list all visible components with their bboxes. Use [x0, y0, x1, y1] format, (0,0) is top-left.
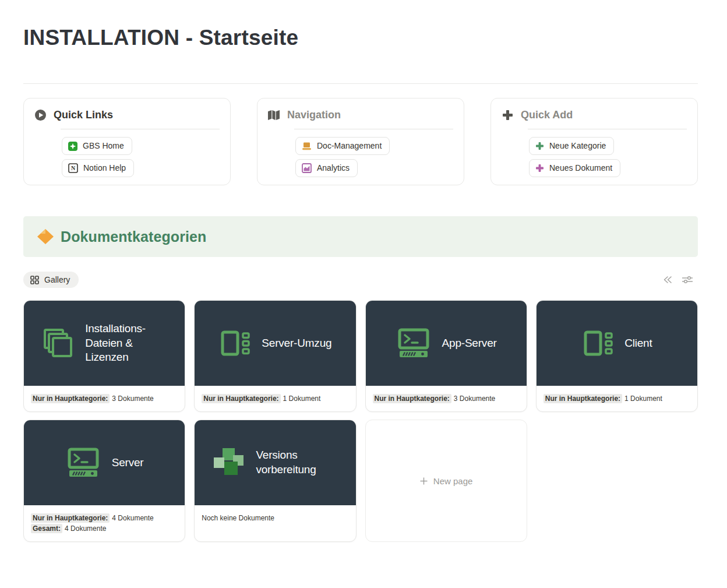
- device-list-icon: [218, 328, 251, 358]
- stat-value: 1 Dokument: [283, 395, 321, 403]
- callout-divider: [528, 129, 687, 129]
- card-versionsvorbereitung[interactable]: Versions vorbereitung Noch keine Dokumen…: [194, 420, 356, 542]
- button-label: Neue Kategorie: [549, 140, 606, 152]
- plus-icon: [419, 477, 428, 485]
- gbs-sparkle-icon: [68, 142, 77, 151]
- stat-value: 4 Dokumente: [65, 524, 106, 533]
- stat-label: Nur in Hauptkategorie:: [31, 513, 110, 523]
- button-label: Doc-Management: [317, 140, 382, 152]
- stat-value: 3 Dokumente: [454, 395, 495, 403]
- stat-value: 3 Dokumente: [112, 395, 153, 403]
- card-footer: Nur in Hauptkategorie:3 Dokumente: [366, 386, 527, 411]
- callout-quick-links: Quick Links GBS Home N Notion Help: [23, 98, 231, 185]
- gallery-grid: Installations-Dateien & Lizenzen Nur in …: [23, 300, 698, 542]
- card-installations-dateien-lizenzen[interactable]: Installations-Dateien & Lizenzen Nur in …: [23, 300, 185, 412]
- card-title: Client: [624, 336, 652, 351]
- card-footer: Noch keine Dokumente: [195, 505, 355, 541]
- gallery-grid-icon: [30, 276, 39, 284]
- callout-header: Navigation: [267, 108, 454, 121]
- button-label: GBS Home: [83, 140, 124, 152]
- section-banner-dokumentkategorien: Dokumentkategorien: [23, 216, 698, 257]
- card-title: Server-Umzug: [262, 336, 331, 351]
- card-title: Server: [112, 456, 144, 470]
- stat-line: Gesamt:4 Dokumente: [31, 523, 178, 534]
- tab-gallery[interactable]: Gallery: [23, 272, 79, 288]
- plus-icon: [501, 110, 514, 121]
- card-cover: Client: [537, 301, 697, 386]
- neue-kategorie-button[interactable]: Neue Kategorie: [529, 137, 614, 155]
- notion-help-button[interactable]: N Notion Help: [62, 159, 134, 177]
- view-actions: [662, 275, 693, 284]
- card-title: Installations-Dateien & Lizenzen: [85, 322, 167, 365]
- button-label: Notion Help: [83, 163, 126, 174]
- stat-label: Nur in Hauptkategorie:: [373, 394, 451, 403]
- plus-purple-icon: [535, 164, 544, 172]
- callout-row: Quick Links GBS Home N Notion Help: [23, 98, 698, 185]
- terminal-icon: [65, 447, 101, 478]
- stat-line: Nur in Hauptkategorie:3 Dokumente: [373, 393, 520, 404]
- page-content: INSTALLATION - Startseite Quick Links GB…: [0, 26, 727, 542]
- doc-management-button[interactable]: Doc-Management: [295, 137, 390, 155]
- map-icon: [267, 110, 280, 121]
- card-footer: Nur in Hauptkategorie:1 Dokument: [195, 386, 355, 411]
- svg-text:N: N: [71, 165, 76, 171]
- card-footer: Nur in Hauptkategorie:3 Dokumente: [24, 386, 185, 411]
- callout-title: Quick Links: [54, 109, 113, 121]
- button-label: Analytics: [317, 163, 350, 174]
- tab-gallery-label: Gallery: [44, 275, 70, 284]
- view-bar: Gallery: [23, 272, 698, 288]
- card-cover: Versions vorbereitung: [195, 420, 355, 505]
- stat-line: Nur in Hauptkategorie:1 Dokument: [202, 393, 348, 404]
- stacked-copies-icon: [42, 327, 75, 360]
- card-cover: Installations-Dateien & Lizenzen: [24, 301, 185, 386]
- terminal-icon: [396, 328, 432, 359]
- callout-navigation: Navigation Doc-Management Analytics: [257, 98, 464, 185]
- card-footer: Nur in Hauptkategorie:4 Dokumente Gesamt…: [24, 505, 185, 541]
- callout-header: Quick Add: [501, 108, 688, 121]
- stat-value: 1 Dokument: [624, 395, 662, 403]
- title-divider: [23, 83, 698, 84]
- stat-label: Nur in Hauptkategorie:: [544, 394, 622, 403]
- orange-diamond-icon: [37, 228, 54, 245]
- stat-label: Gesamt:: [31, 524, 62, 533]
- callout-buttons: Doc-Management Analytics: [295, 137, 454, 177]
- callout-title: Quick Add: [521, 109, 573, 121]
- callout-quick-add: Quick Add Neue Kategorie Neues Dokument: [490, 98, 698, 185]
- card-title: App-Server: [442, 336, 497, 351]
- stat-label: Nur in Hauptkategorie:: [31, 394, 110, 403]
- card-note: Noch keine Dokumente: [202, 513, 348, 523]
- card-cover: App-Server: [366, 301, 527, 386]
- callout-divider: [294, 129, 453, 129]
- callout-divider: [61, 129, 220, 129]
- collapse-icon[interactable]: [662, 275, 673, 284]
- stat-label: Nur in Hauptkategorie:: [202, 394, 280, 403]
- callout-buttons: GBS Home N Notion Help: [62, 137, 221, 177]
- analytics-button[interactable]: Analytics: [295, 159, 358, 177]
- neues-dokument-button[interactable]: Neues Dokument: [529, 159, 620, 177]
- card-app-server[interactable]: App-Server Nur in Hauptkategorie:3 Dokum…: [365, 300, 527, 412]
- chart-icon: [302, 163, 312, 173]
- new-page-button[interactable]: New page: [365, 420, 527, 542]
- device-list-icon: [581, 328, 614, 358]
- card-cover: Server-Umzug: [195, 301, 355, 386]
- button-label: Neues Dokument: [549, 163, 612, 174]
- plus-green-icon: [535, 142, 544, 150]
- callout-buttons: Neue Kategorie Neues Dokument: [529, 137, 688, 177]
- page-title[interactable]: INSTALLATION - Startseite: [23, 26, 698, 50]
- callout-title: Navigation: [287, 109, 341, 121]
- card-footer: Nur in Hauptkategorie:1 Dokument: [537, 386, 697, 411]
- card-server[interactable]: Server Nur in Hauptkategorie:4 Dokumente…: [23, 420, 185, 542]
- new-page-label: New page: [433, 476, 473, 486]
- callout-header: Quick Links: [34, 108, 221, 121]
- gbs-home-button[interactable]: GBS Home: [62, 137, 132, 155]
- view-settings-icon[interactable]: [682, 275, 693, 284]
- stat-line: Nur in Hauptkategorie:3 Dokumente: [31, 393, 178, 404]
- card-server-umzug[interactable]: Server-Umzug Nur in Hauptkategorie:1 Dok…: [194, 300, 356, 412]
- card-cover: Server: [24, 420, 185, 505]
- notion-logo-icon: N: [68, 163, 78, 173]
- green-squares-icon: [213, 446, 245, 479]
- card-title: Versions vorbereitung: [256, 448, 337, 477]
- card-client[interactable]: Client Nur in Hauptkategorie:1 Dokument: [536, 300, 698, 412]
- laptop-icon: [302, 142, 312, 150]
- section-title: Dokumentkategorien: [61, 228, 206, 245]
